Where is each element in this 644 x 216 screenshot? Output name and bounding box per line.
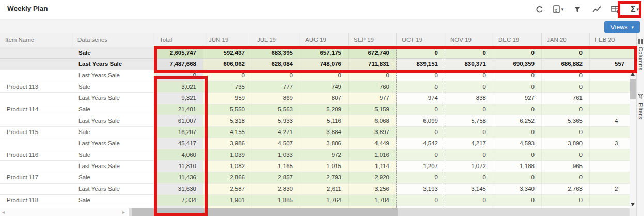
month-value-cell[interactable]: 0 [493,149,541,160]
month-value-cell[interactable]: 5,116 [300,115,348,126]
column-header-dec-19[interactable]: DEC 19 [493,33,541,47]
total-value-cell[interactable]: 21,481 [154,104,203,115]
month-value-cell[interactable]: 1,015 [300,161,348,172]
month-value-cell[interactable]: 4,271 [252,127,300,138]
month-value-cell[interactable]: 2,793 [300,172,348,183]
month-value-cell[interactable]: 628,084 [252,59,300,70]
month-value-cell[interactable]: 977 [348,93,396,104]
total-value-cell[interactable]: 61,007 [154,115,203,126]
month-value-cell[interactable]: 1,764 [300,195,348,206]
month-value-cell[interactable]: 0 [445,195,493,206]
month-value-cell[interactable]: 1,082 [203,161,252,172]
scroll-up-arrow-icon[interactable] [631,72,635,76]
month-value-cell[interactable]: 2,920 [348,172,396,183]
month-value-cell[interactable]: 1,165 [252,161,300,172]
month-value-cell[interactable]: 0 [445,81,493,92]
month-value-cell[interactable]: 5,563 [252,104,300,115]
month-value-cell[interactable]: 4,507 [252,138,300,149]
month-value-cell[interactable]: 0 [396,127,445,138]
month-value-cell[interactable]: 4,217 [445,138,493,149]
month-value-cell[interactable]: 592,437 [203,47,252,58]
month-value-cell[interactable]: 4,155 [203,127,252,138]
month-value-cell[interactable]: 761 [541,93,589,104]
month-value-cell[interactable]: 0 [541,70,589,81]
month-value-cell[interactable]: 0 [396,172,445,183]
month-value-cell[interactable]: 6,068 [348,115,396,126]
month-value-cell[interactable]: 1,885 [252,195,300,206]
vertical-scrollbar[interactable] [630,70,636,208]
total-value-cell[interactable]: 45,417 [154,138,203,149]
month-value-cell[interactable]: 0 [252,70,300,81]
month-value-cell[interactable]: 972 [300,149,348,160]
month-value-cell[interactable]: 0 [541,104,589,115]
month-value-cell[interactable]: 5,318 [203,115,252,126]
month-value-cell[interactable]: 5,365 [541,115,589,126]
month-value-cell[interactable]: 0 [396,70,445,81]
month-value-cell[interactable]: 2,587 [203,184,252,194]
month-value-cell[interactable]: 749 [300,81,348,92]
column-header-oct-19[interactable]: OCT 19 [396,33,445,47]
month-value-cell[interactable]: 3,884 [300,127,348,138]
month-value-cell[interactable]: 0 [493,172,541,183]
month-value-cell[interactable]: 0 [493,195,541,206]
month-value-cell[interactable]: 2,611 [300,184,348,194]
month-value-cell[interactable]: 0 [396,149,445,160]
vertical-scrollbar-thumb[interactable] [630,79,636,99]
month-value-cell[interactable]: 4,542 [396,138,445,149]
total-value-cell[interactable]: 0 [154,70,203,81]
column-header-item-name[interactable]: Item Name [0,33,72,47]
month-value-cell[interactable]: 711,831 [348,59,396,70]
month-value-cell[interactable]: 0 [300,70,348,81]
total-value-cell[interactable]: 11,436 [154,172,203,183]
month-value-cell[interactable]: 1,207 [396,161,445,172]
month-value-cell[interactable]: 3,886 [300,138,348,149]
scroll-down-arrow-icon[interactable] [631,203,635,206]
column-header-nov-19[interactable]: NOV 19 [445,33,493,47]
month-value-cell[interactable]: 557 [589,59,636,70]
month-value-cell[interactable]: 2,763 [541,184,589,194]
month-value-cell[interactable]: 5,758 [445,115,493,126]
total-value-cell[interactable]: 11,810 [154,161,203,172]
chart-icon[interactable] [590,3,603,16]
month-value-cell[interactable]: 0 [541,47,589,58]
month-value-cell[interactable]: 0 [493,70,541,81]
month-value-cell[interactable]: 3,897 [348,127,396,138]
month-value-cell[interactable] [589,47,636,58]
column-header-jun-19[interactable]: JUN 19 [203,33,252,47]
month-value-cell[interactable]: 959 [203,93,252,104]
month-value-cell[interactable]: 927 [493,93,541,104]
month-value-cell[interactable]: 0 [203,70,252,81]
month-value-cell[interactable]: 5,550 [203,104,252,115]
month-value-cell[interactable]: 748,076 [300,59,348,70]
month-value-cell[interactable]: 5,209 [300,104,348,115]
month-value-cell[interactable]: 3,193 [396,184,445,194]
month-value-cell[interactable]: 0 [445,70,493,81]
column-header-data-series[interactable]: Data series [72,33,154,47]
export-excel-icon[interactable]: x ▾ [552,3,564,16]
month-value-cell[interactable]: 965 [541,161,589,172]
month-value-cell[interactable]: 0 [396,195,445,206]
month-value-cell[interactable]: 0 [493,127,541,138]
month-value-cell[interactable]: 3,986 [203,138,252,149]
month-value-cell[interactable]: 686,882 [541,59,589,70]
column-header-jan-20[interactable]: JAN 20 [541,33,589,47]
month-value-cell[interactable]: 4,593 [493,138,541,149]
month-value-cell[interactable]: 839,151 [396,59,445,70]
month-value-cell[interactable]: 869 [252,93,300,104]
month-value-cell[interactable]: 838 [445,93,493,104]
scroll-right-arrow-icon[interactable]: ▸ [122,209,125,215]
total-value-cell[interactable]: 3,021 [154,81,203,92]
month-value-cell[interactable]: 657,175 [300,47,348,58]
month-value-cell[interactable]: 672,740 [348,47,396,58]
month-value-cell[interactable]: 2,830 [252,184,300,194]
month-value-cell[interactable]: 5,159 [348,104,396,115]
month-value-cell[interactable]: 0 [541,149,589,160]
total-value-cell[interactable]: 9,321 [154,93,203,104]
month-value-cell[interactable]: 760 [348,81,396,92]
column-header-jul-19[interactable]: JUL 19 [252,33,300,47]
total-value-cell[interactable]: 7,487,668 [154,59,203,70]
total-value-cell[interactable]: 4,060 [154,149,203,160]
total-value-cell[interactable]: 31,630 [154,184,203,194]
month-value-cell[interactable]: 777 [252,81,300,92]
month-value-cell[interactable]: 0 [493,47,541,58]
